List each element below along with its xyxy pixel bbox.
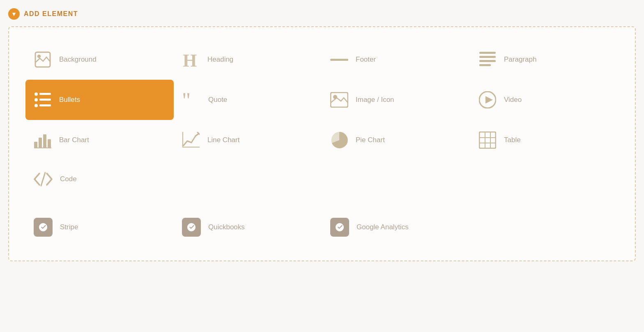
element-code[interactable]: Code <box>25 160 174 198</box>
quote-icon: " <box>182 92 201 108</box>
element-footer[interactable]: Footer <box>322 39 470 80</box>
svg-rect-6 <box>479 60 496 62</box>
heading-icon: H <box>182 51 200 68</box>
svg-rect-3 <box>330 59 348 61</box>
paragraph-label: Paragraph <box>504 55 536 64</box>
svg-rect-27 <box>479 132 496 148</box>
svg-rect-19 <box>34 142 37 148</box>
pie-chart-label: Pie Chart <box>356 136 385 144</box>
svg-rect-5 <box>479 56 496 58</box>
elements-container: Background H Heading Footer <box>8 26 636 261</box>
element-bar-chart[interactable]: Bar Chart <box>25 120 174 160</box>
svg-rect-20 <box>39 138 42 148</box>
table-icon <box>478 131 497 149</box>
element-pie-chart[interactable]: Pie Chart <box>322 120 470 160</box>
svg-rect-26 <box>182 132 183 148</box>
svg-line-32 <box>41 173 45 186</box>
heading-label: Heading <box>207 55 233 64</box>
svg-point-1 <box>37 55 41 58</box>
footer-icon <box>330 56 348 63</box>
page-header: ▼ ADD ELEMENT <box>8 8 636 20</box>
svg-text:": " <box>182 92 191 108</box>
svg-rect-21 <box>43 134 46 148</box>
line-chart-label: Line Chart <box>207 136 239 144</box>
stripe-icon <box>34 218 53 237</box>
code-icon <box>34 172 53 187</box>
quickbooks-label: Quickbooks <box>208 223 245 231</box>
row-1: Background H Heading Footer <box>25 39 619 80</box>
bullets-icon <box>34 92 52 108</box>
bullets-label: Bullets <box>59 96 80 104</box>
svg-rect-22 <box>48 139 51 148</box>
element-line-chart[interactable]: Line Chart <box>174 120 322 160</box>
element-table[interactable]: Table <box>470 120 619 160</box>
element-quote[interactable]: " Quote <box>174 80 322 120</box>
google-analytics-icon <box>330 218 349 237</box>
bar-chart-icon <box>34 132 52 148</box>
quickbooks-icon <box>182 218 201 237</box>
svg-point-12 <box>34 104 38 107</box>
stripe-label: Stripe <box>60 223 78 231</box>
element-video[interactable]: Video <box>470 80 619 120</box>
services-row: Stripe Quickbooks Google Analytics <box>25 206 619 248</box>
element-heading[interactable]: H Heading <box>174 39 322 80</box>
service-quickbooks[interactable]: Quickbooks <box>174 206 322 248</box>
video-icon <box>478 91 497 108</box>
background-label: Background <box>59 55 97 64</box>
paragraph-icon <box>478 52 497 67</box>
image-icon <box>330 92 348 108</box>
code-label: Code <box>60 175 77 183</box>
svg-rect-23 <box>34 148 51 148</box>
add-element-icon: ▼ <box>8 8 20 20</box>
google-analytics-label: Google Analytics <box>356 223 409 231</box>
svg-rect-9 <box>39 93 51 95</box>
background-icon <box>34 51 52 68</box>
svg-rect-13 <box>39 104 51 106</box>
svg-point-10 <box>34 98 38 101</box>
row-4: Code <box>25 160 619 198</box>
svg-text:H: H <box>183 51 197 68</box>
footer-label: Footer <box>356 55 376 64</box>
svg-marker-18 <box>485 96 493 104</box>
pie-chart-icon <box>330 131 348 149</box>
line-chart-icon <box>182 132 200 148</box>
svg-rect-25 <box>182 147 200 148</box>
page-title: ADD ELEMENT <box>24 10 78 18</box>
svg-rect-4 <box>479 52 496 54</box>
svg-rect-7 <box>479 64 491 66</box>
element-background[interactable]: Background <box>25 39 174 80</box>
row-2: Bullets " Quote Image / Icon <box>25 80 619 120</box>
element-bullets[interactable]: Bullets <box>25 80 174 120</box>
video-label: Video <box>504 96 522 104</box>
service-google-analytics[interactable]: Google Analytics <box>322 206 470 248</box>
quote-label: Quote <box>208 96 227 104</box>
element-image-icon[interactable]: Image / Icon <box>322 80 470 120</box>
table-label: Table <box>504 136 521 144</box>
row-3: Bar Chart Line Chart <box>25 120 619 160</box>
element-paragraph[interactable]: Paragraph <box>470 39 619 80</box>
svg-point-8 <box>34 92 38 96</box>
svg-rect-11 <box>39 99 51 101</box>
bar-chart-label: Bar Chart <box>59 136 89 144</box>
service-stripe[interactable]: Stripe <box>25 206 174 248</box>
image-icon-label: Image / Icon <box>356 96 394 104</box>
